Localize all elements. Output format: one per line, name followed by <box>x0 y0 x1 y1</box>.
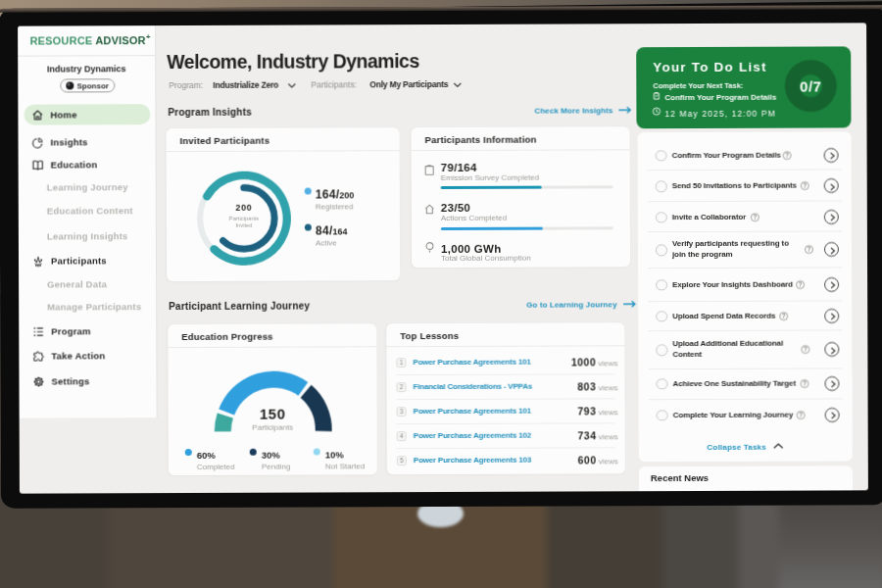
svg-text:Invited: Invited <box>235 222 252 228</box>
svg-text:Participants: Participants <box>229 216 259 221</box>
svg-text:200: 200 <box>235 203 252 213</box>
